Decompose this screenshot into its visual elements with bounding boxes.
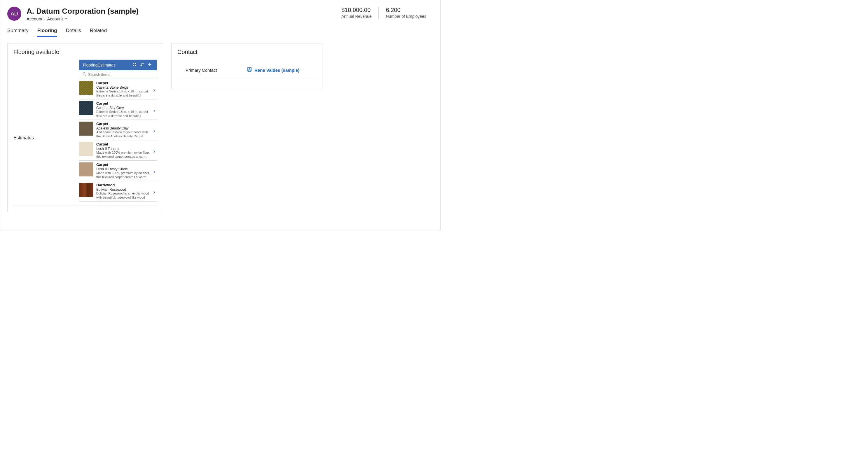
list-items[interactable]: Carpet Caserta Stone Beige Extreme Serie… [80, 79, 157, 205]
item-desc: Made with 100% premium nylon fiber, this… [96, 171, 150, 179]
chevron-right-icon[interactable]: › [151, 87, 157, 93]
list-item[interactable]: Carpet Caserta Sky Grey Extreme Series 1… [80, 99, 157, 120]
chevron-right-icon[interactable]: › [151, 148, 157, 155]
item-text: Carpet Caserta Stone Beige Extreme Serie… [96, 81, 151, 97]
swatch-image [80, 101, 93, 115]
tab-bar: Summary Flooring Details Related [0, 21, 440, 37]
tab-related[interactable]: Related [90, 28, 107, 37]
list-item[interactable]: Carpet Caserta Stone Beige Extreme Serie… [80, 79, 157, 99]
sort-icon [140, 63, 145, 68]
tab-summary[interactable]: Summary [7, 28, 29, 37]
list-item[interactable]: Carpet Ageless Beauty Clay Add some fash… [80, 120, 157, 140]
search-input[interactable] [88, 72, 154, 77]
item-category: Carpet [96, 122, 150, 126]
refresh-button[interactable] [131, 62, 138, 68]
svg-line-1 [85, 75, 86, 76]
flooring-body: Estimates FlooringEstimates [13, 60, 157, 206]
chevron-right-icon[interactable]: › [151, 168, 157, 175]
flooring-card: Flooring available Estimates FlooringEst… [7, 43, 163, 212]
item-name: Bolivian Rosewood [96, 188, 150, 192]
swatch-image [80, 142, 93, 156]
estimates-list-app: FlooringEstimates [80, 60, 157, 205]
item-name: Caserta Stone Beige [96, 86, 150, 90]
form-selector[interactable]: Account [47, 16, 67, 21]
record-title: A. Datum Corporation (sample) [27, 7, 334, 16]
entity-name: Account [27, 16, 42, 21]
list-item[interactable]: Carpet Lush II Tundra Made with 100% pre… [80, 140, 157, 161]
stat-value: $10,000.00 [341, 7, 372, 13]
item-text: Carpet Lush II Frosty Glade Made with 10… [96, 162, 151, 179]
stat-annual-revenue: $10,000.00 Annual Revenue [334, 7, 379, 19]
avatar: AD [7, 7, 21, 21]
header-stats: $10,000.00 Annual Revenue 6,200 Number o… [334, 7, 433, 19]
sort-button[interactable] [138, 62, 146, 68]
svg-point-2 [249, 68, 250, 70]
primary-contact-row: Primary Contact Rene Valdes (sample) [177, 60, 316, 78]
item-text: Carpet Caserta Sky Grey Extreme Series 1… [96, 101, 151, 118]
plus-icon [147, 63, 152, 68]
stat-label: Annual Revenue [341, 14, 372, 19]
swatch-image [80, 183, 93, 197]
contact-icon [247, 67, 252, 73]
swatch-image [80, 122, 93, 136]
svg-point-0 [83, 73, 85, 75]
search-row[interactable] [80, 70, 157, 79]
item-name: Ageless Beauty Clay [96, 126, 150, 130]
refresh-icon [132, 63, 137, 68]
contact-card-title: Contact [177, 49, 316, 56]
item-text: Hardwood Bolivian Rosewood Bolivian Rose… [96, 183, 151, 199]
chevron-right-icon[interactable]: › [151, 107, 157, 114]
tab-content: Flooring available Estimates FlooringEst… [0, 37, 440, 219]
swatch-image [80, 81, 93, 95]
primary-contact-label: Primary Contact [186, 68, 247, 73]
separator-dot: · [44, 16, 45, 21]
item-desc: Bolivian Rosewood is an exotic wood with… [96, 192, 150, 199]
stat-label: Number of Employees [386, 14, 426, 19]
item-text: Carpet Lush II Tundra Made with 100% pre… [96, 142, 151, 159]
primary-contact-name: Rene Valdes (sample) [254, 68, 299, 73]
search-icon [82, 72, 88, 77]
item-name: Lush II Tundra [96, 147, 150, 151]
item-category: Carpet [96, 162, 150, 167]
list-toolbar: FlooringEstimates [80, 60, 157, 70]
chevron-down-icon [64, 16, 68, 21]
contact-card: Contact Primary Contact Rene Valdes (sam… [171, 43, 322, 89]
chevron-right-icon[interactable]: › [151, 189, 157, 195]
list-title: FlooringEstimates [83, 63, 131, 67]
list-item[interactable]: Hardwood Bolivian Rosewood Bolivian Rose… [80, 181, 157, 201]
estimates-label: Estimates [13, 60, 75, 140]
item-desc: Made with 100% premium nylon fiber, this… [96, 151, 150, 159]
chevron-right-icon[interactable]: › [151, 127, 157, 134]
record-header: AD A. Datum Corporation (sample) Account… [0, 0, 440, 21]
item-desc: Extreme Series 18 in. x 18 in. carpet ti… [96, 90, 150, 97]
item-category: Hardwood [96, 183, 150, 187]
item-text: Carpet Ageless Beauty Clay Add some fash… [96, 122, 151, 138]
flooring-card-title: Flooring available [13, 49, 157, 56]
item-category: Carpet [96, 142, 150, 147]
record-subtitle: Account · Account [27, 16, 334, 21]
item-name: Lush II Frosty Glade [96, 167, 150, 171]
item-name: Caserta Sky Grey [96, 106, 150, 110]
item-desc: Add some fashion to your floors with the… [96, 130, 150, 138]
tab-flooring[interactable]: Flooring [37, 28, 57, 37]
add-button[interactable] [146, 62, 153, 68]
form-name: Account [47, 16, 63, 21]
item-category: Carpet [96, 81, 150, 85]
swatch-image [80, 162, 93, 176]
record-page: AD A. Datum Corporation (sample) Account… [0, 0, 440, 230]
stat-employees: 6,200 Number of Employees [378, 7, 433, 19]
stat-value: 6,200 [386, 7, 426, 13]
tab-details[interactable]: Details [66, 28, 81, 37]
primary-contact-link[interactable]: Rene Valdes (sample) [247, 67, 299, 73]
title-block: A. Datum Corporation (sample) Account · … [27, 7, 334, 21]
item-category: Carpet [96, 101, 150, 105]
list-item[interactable]: Carpet Lush II Frosty Glade Made with 10… [80, 161, 157, 181]
item-desc: Extreme Series 18 in. x 18 in. carpet ti… [96, 110, 150, 118]
